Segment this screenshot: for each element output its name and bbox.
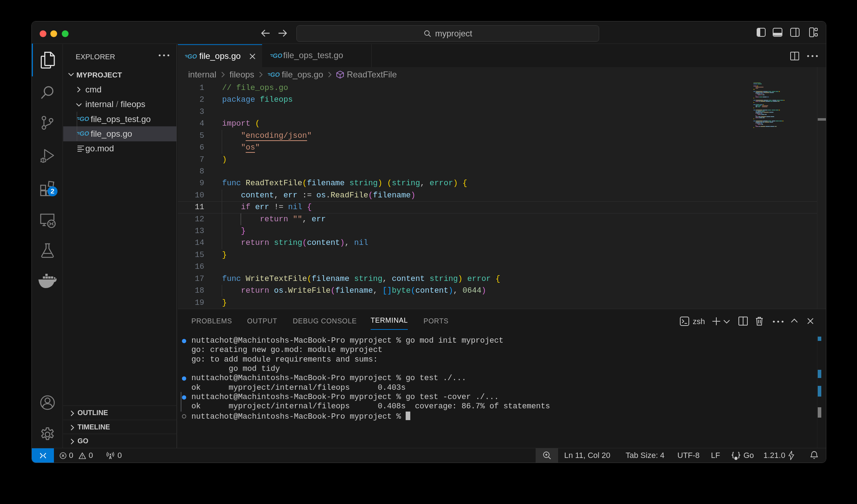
svg-text:GO: GO	[80, 130, 89, 137]
svg-text:GO: GO	[270, 71, 280, 78]
svg-text:GO: GO	[80, 116, 89, 122]
svg-text:GO: GO	[187, 53, 197, 60]
svg-text:GO: GO	[273, 52, 282, 59]
